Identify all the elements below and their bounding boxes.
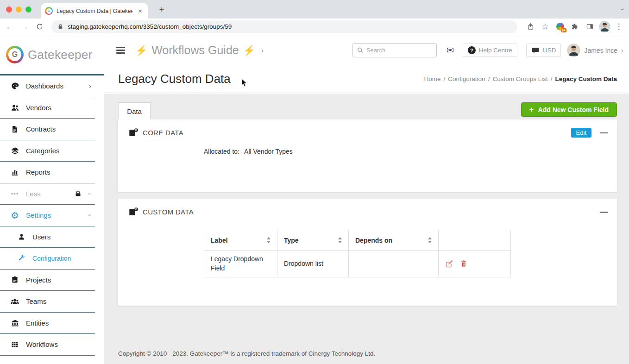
reload-icon [36,23,44,31]
sidebar-item-projects[interactable]: Projects [0,270,95,291]
breadcrumb: Home/ Configuration/ Custom Groups List/… [424,75,617,82]
url-bar[interactable]: staging.gatekeeperhq.com/3352/custom_obj… [51,20,517,33]
breadcrumb-configuration[interactable]: Configuration [448,75,485,82]
core-data-header: CORE DATA Edit — [118,119,617,138]
edit-field-button[interactable] [445,259,454,268]
workspace-chevron-icon[interactable]: › [261,46,264,54]
allocated-to-value: All Vendor Types [244,148,293,155]
more-dots-icon: ••• [9,190,20,197]
core-data-body: Allocated to: All Vendor Types [204,148,617,155]
edit-button[interactable]: Edit [571,128,591,138]
workspace-title: ⚡ Workflows Guide ⚡ [135,44,255,57]
sidebar-item-contracts[interactable]: Contracts [0,119,95,140]
settings-gear-icon: ⚙ [9,211,20,220]
user-menu[interactable]: James Ince › [567,44,623,57]
hamburger-menu-icon[interactable] [116,47,125,53]
custom-object-icon [128,207,138,217]
sidebar-item-label: Configuration [32,255,71,262]
browser-menu-button[interactable]: ⋮ [612,20,625,33]
configuration-wrench-icon [16,254,27,262]
help-centre-button[interactable]: ? Help Centre [463,44,517,57]
extensions-button[interactable] [568,20,581,33]
tab-close-icon[interactable]: × [136,7,144,15]
browser-tab-strip: G Legacy Custom Data | Gatekee × + › [0,0,629,19]
sidebar-item-label: Categories [26,147,60,155]
sidebar-item-users[interactable]: Users [0,226,95,248]
brand-name: Gatekeeper [28,48,93,62]
browser-profile-avatar[interactable] [599,21,610,32]
breadcrumb-home[interactable]: Home [424,75,441,82]
breadcrumb-custom-groups-list[interactable]: Custom Groups List [492,75,547,82]
tab-title: Legacy Custom Data | Gatekee [57,8,132,14]
content: Data + Add New Custom Field CORE DATA Ed… [104,94,629,364]
browser-toolbar: ← → staging.gatekeeperhq.com/3352/custom… [0,19,629,35]
column-header-type[interactable]: Type [277,230,349,251]
sidebar-item-settings[interactable]: ⚙ Settings › [0,205,95,226]
column-header-depends-on[interactable]: Depends on [349,230,439,251]
bookmark-star-button[interactable]: ☆ [539,20,552,33]
column-header-label[interactable]: Label [204,230,277,251]
gatekeeper-logo[interactable]: G Gatekeeper [0,35,104,75]
chevron-down-icon: › [86,214,94,216]
cell-label: Legacy Dropdown Field [204,251,277,277]
browser-tab[interactable]: G Legacy Custom Data | Gatekee × [41,3,148,19]
contracts-document-icon [9,125,20,133]
zoom-window-button[interactable] [25,6,31,13]
collapse-minus-icon[interactable]: — [600,208,608,216]
sidebar-item-vendors[interactable]: Vendors [0,97,95,119]
question-icon: ? [468,46,476,54]
sort-icon[interactable] [428,237,432,243]
custom-data-panel: CUSTOM DATA — Label Type [118,199,617,306]
currency-button[interactable]: USD [526,44,561,57]
minimize-window-button[interactable] [16,6,22,13]
table-header-row: Label Type Depends on [204,230,511,251]
sidebar-item-label: Contracts [26,125,56,133]
back-button[interactable]: ← [3,20,16,33]
gatekeeper-logo-icon: G [6,46,24,63]
sidebar-item-dashboards[interactable]: Dashboards › [0,75,95,97]
column-header-actions [439,230,511,251]
messages-envelope-icon[interactable]: ✉ [447,45,454,56]
search-icon [357,47,364,54]
sort-icon[interactable] [267,237,270,243]
search-input[interactable] [366,47,433,54]
close-window-button[interactable] [6,6,12,13]
side-panel-button[interactable] [583,20,596,33]
lock-icon [75,190,82,197]
add-new-custom-field-button[interactable]: + Add New Custom Field [521,102,617,117]
gatekeeper-favicon: G [45,7,53,15]
tab-data[interactable]: Data [118,102,151,119]
forward-button: → [18,20,31,33]
search-box[interactable] [352,43,437,57]
lightning-icon: ⚡ [135,45,147,56]
sidebar-item-less[interactable]: ••• Less › [0,183,95,205]
core-data-title: CORE DATA [143,129,183,137]
reload-button[interactable] [33,20,46,33]
sidebar-item-categories[interactable]: Categories [0,140,95,162]
page-head: Legacy Custom Data Home/ Configuration/ … [104,65,629,93]
new-tab-button[interactable]: + [156,4,168,16]
user-icon [16,233,27,241]
teams-group-icon [9,297,20,306]
sidebar-item-teams[interactable]: Teams [0,291,95,313]
footer-copyright: Copyright © 2010 - 2023. Gatekeeper™ is … [118,350,375,357]
sidebar-item-workflows[interactable]: Workflows [0,334,95,356]
custom-fields-table: Label Type Depends on [204,230,510,277]
trash-icon [460,260,467,268]
edit-pencil-icon [445,259,454,268]
reports-chart-icon [9,168,20,176]
sidebar-item-reports[interactable]: Reports [0,162,95,183]
tab-row: Data + Add New Custom Field [118,102,617,119]
sidebar-item-entities[interactable]: Entities [0,313,95,334]
custom-object-icon [128,127,138,138]
sidebar: G Gatekeeper Dashboards › Vendors [0,35,104,364]
custom-data-title: CUSTOM DATA [143,208,194,216]
sort-icon[interactable] [338,237,342,243]
sidebar-item-label: Reports [26,168,50,176]
extension-colorful-button[interactable]: 8+ [554,20,566,33]
delete-field-button[interactable] [460,260,467,268]
sidebar-item-configuration[interactable]: Configuration [0,248,95,270]
share-button[interactable] [524,20,537,33]
tab-search-chevron-icon[interactable]: › [619,8,626,10]
collapse-minus-icon[interactable]: — [600,129,608,137]
